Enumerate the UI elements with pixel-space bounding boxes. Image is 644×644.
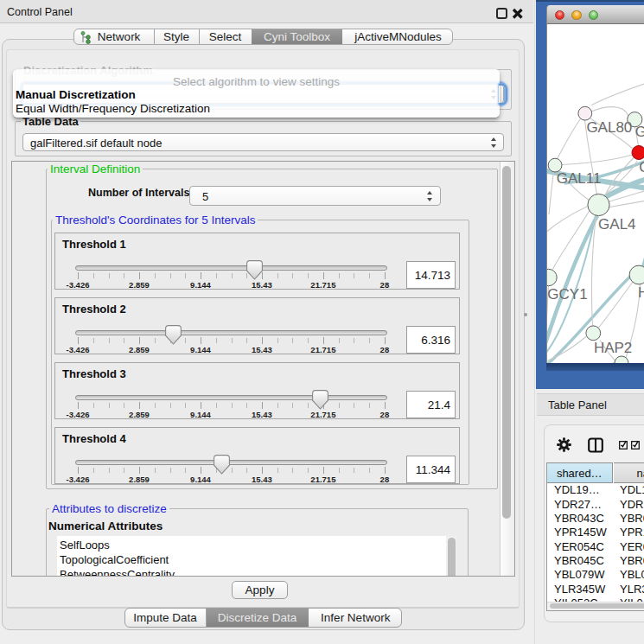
svg-text:GAL11: GAL11 xyxy=(556,170,601,187)
svg-text:CY: CY xyxy=(639,159,644,175)
svg-text:GAL4: GAL4 xyxy=(598,215,635,232)
svg-text:GCY1: GCY1 xyxy=(547,285,587,302)
svg-text:H: H xyxy=(637,284,644,301)
svg-text:GA: GA xyxy=(634,124,644,140)
svg-text:HAP2: HAP2 xyxy=(593,340,631,356)
svg-text:GAL80: GAL80 xyxy=(586,119,632,136)
